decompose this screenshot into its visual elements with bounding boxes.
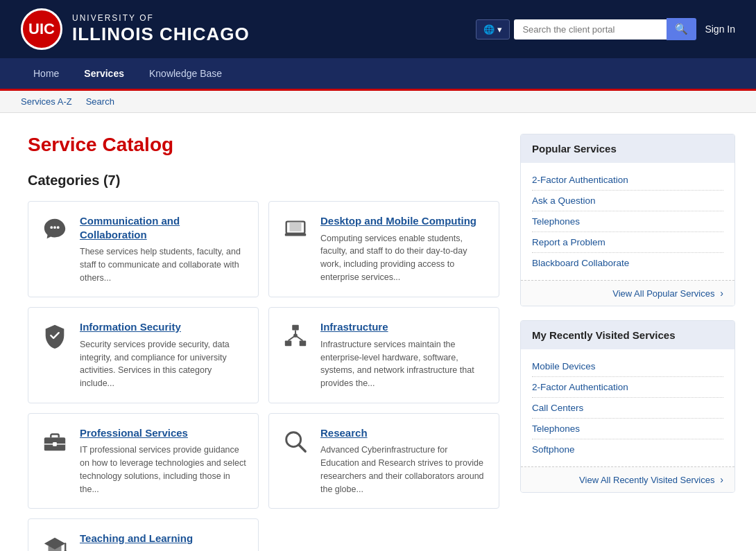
chat-icon [40,214,70,245]
popular-services-heading: Popular Services [521,134,734,163]
popular-view-all-wrapper: View All Popular Services › [521,280,734,306]
nav-home[interactable]: Home [21,58,71,89]
nav-knowledge-base[interactable]: Knowledge Base [137,58,234,89]
breadcrumb-services-az[interactable]: Services A-Z [21,96,72,107]
chevron-right-icon: › [717,288,723,299]
card-security-desc: Security services provide security, data… [80,338,247,390]
search-bar-wrapper: 🌐 ▾ 🔍 [476,18,696,40]
page-header: UIC UNIVERSITY OF ILLINOIS CHICAGO 🌐 ▾ 🔍… [0,0,756,58]
recent-link-4[interactable]: Softphone [532,439,723,460]
main-navbar: Home Services Knowledge Base [0,58,756,91]
logo-text: UNIVERSITY OF ILLINOIS CHICAGO [72,13,250,45]
svg-rect-4 [285,341,292,347]
recent-view-all-wrapper: View All Recently Visited Services › [521,466,734,492]
page-title: Service Catalog [28,134,499,156]
globe-dropdown-icon: ▾ [497,24,502,35]
globe-icon: 🌐 [483,24,495,35]
search-input-wrap: 🔍 [514,18,696,40]
card-professional-content: Professional Services IT professional se… [80,426,247,496]
recent-view-all-link[interactable]: View All Recently Visited Services › [579,474,723,485]
card-professional-desc: IT professional services provide guidanc… [80,444,247,496]
breadcrumb-search[interactable]: Search [86,96,114,107]
card-security: Information Security Security services p… [28,307,259,403]
card-desktop-desc: Computing services enable students, facu… [320,232,488,284]
recent-services-heading: My Recently Visited Services [521,321,734,349]
network-icon [280,320,311,351]
card-desktop: Desktop and Mobile Computing Computing s… [268,201,499,297]
card-teaching: Teaching and Learning Teaching and learn… [28,518,259,551]
content-area: Service Catalog Categories (7) Communica… [28,134,499,551]
chevron-right-icon-2: › [717,474,723,485]
sidebar: Popular Services 2-Factor Authentication… [520,134,735,551]
card-communication-content: Communication and Collaboration These se… [80,214,247,284]
card-communication-title[interactable]: Communication and Collaboration [80,214,247,241]
card-desktop-title[interactable]: Desktop and Mobile Computing [320,214,488,228]
uic-logo: UIC [21,8,62,50]
card-infrastructure-title[interactable]: Infrastructure [320,320,488,334]
sign-in-button[interactable]: Sign In [705,24,735,35]
popular-link-1[interactable]: Ask a Question [532,191,723,211]
card-research-title[interactable]: Research [320,426,488,440]
card-security-content: Information Security Security services p… [80,320,247,390]
popular-services-section: Popular Services 2-Factor Authentication… [520,134,735,306]
card-infrastructure: Infrastructure Infrastructure services m… [268,307,499,403]
svg-rect-12 [53,442,57,446]
university-of-label: UNIVERSITY OF [72,13,250,23]
card-infrastructure-desc: Infrastructure services maintain the ent… [320,338,488,390]
card-desktop-content: Desktop and Mobile Computing Computing s… [320,214,488,284]
popular-link-4[interactable]: Blackboard Collaborate [532,253,723,273]
svg-rect-5 [300,341,307,347]
illinois-chicago-label: ILLINOIS CHICAGO [72,24,250,45]
magnifier-icon [280,426,311,457]
card-research-desc: Advanced Cyberinfrastructure for Educati… [320,444,488,496]
search-icon: 🔍 [675,23,688,35]
logo-area: UIC UNIVERSITY OF ILLINOIS CHICAGO [21,8,250,50]
svg-line-14 [299,445,306,452]
card-teaching-content: Teaching and Learning Teaching and learn… [80,532,247,551]
recent-link-1[interactable]: 2-Factor Authentication [532,377,723,398]
popular-link-3[interactable]: Report a Problem [532,232,723,253]
globe-button[interactable]: 🌐 ▾ [476,19,510,40]
laptop-icon [280,214,311,245]
popular-view-all-link[interactable]: View All Popular Services › [612,288,723,299]
card-infrastructure-content: Infrastructure Infrastructure services m… [320,320,488,390]
breadcrumb: Services A-Z Search [0,91,756,113]
recent-services-section: My Recently Visited Services Mobile Devi… [520,320,735,493]
header-right: 🌐 ▾ 🔍 Sign In [476,18,735,40]
svg-point-9 [293,333,298,338]
card-communication-desc: These services help students, faculty, a… [80,245,247,284]
popular-services-links: 2-Factor Authentication Ask a Question T… [521,163,734,280]
recent-link-2[interactable]: Call Centers [532,398,723,419]
recent-link-3[interactable]: Telephones [532,419,723,439]
search-submit-button[interactable]: 🔍 [667,18,696,40]
card-professional: Professional Services IT professional se… [28,413,259,509]
main-content: Service Catalog Categories (7) Communica… [0,113,756,551]
categories-grid: Communication and Collaboration These se… [28,201,499,551]
card-professional-title[interactable]: Professional Services [80,426,247,440]
recent-link-0[interactable]: Mobile Devices [532,356,723,377]
nav-services[interactable]: Services [71,58,137,89]
svg-rect-3 [292,325,299,331]
svg-rect-1 [285,234,306,236]
card-research-content: Research Advanced Cyberinfrastructure fo… [320,426,488,496]
shield-icon [40,320,70,351]
card-research: Research Advanced Cyberinfrastructure fo… [268,413,499,509]
briefcase-icon [40,426,70,457]
popular-link-0[interactable]: 2-Factor Authentication [532,170,723,191]
recent-services-links: Mobile Devices 2-Factor Authentication C… [521,349,734,466]
popular-link-2[interactable]: Telephones [532,211,723,232]
search-input[interactable] [514,19,667,40]
categories-heading: Categories (7) [28,173,499,189]
card-teaching-title[interactable]: Teaching and Learning [80,532,247,545]
card-communication: Communication and Collaboration These se… [28,201,259,297]
graduation-icon [40,532,70,551]
svg-rect-2 [289,222,301,231]
card-security-title[interactable]: Information Security [80,320,247,334]
